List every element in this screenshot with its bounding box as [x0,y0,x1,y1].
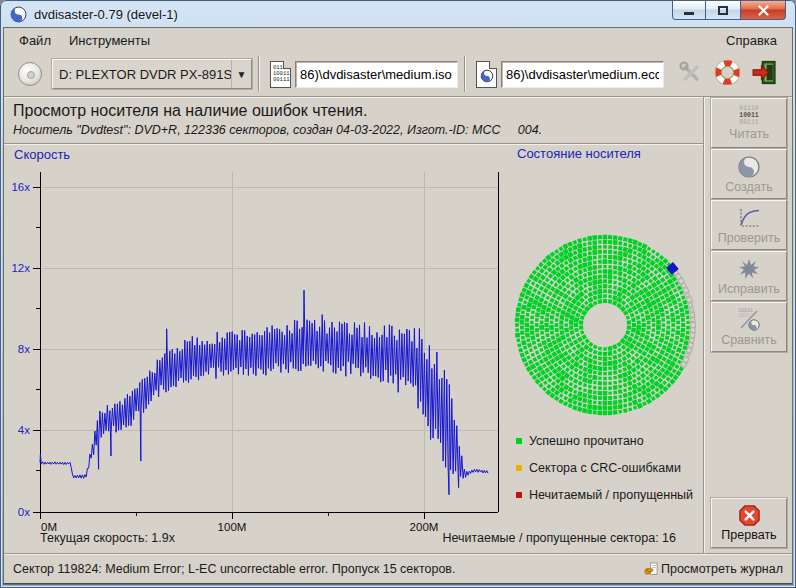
y-axis-labels: 16x 12x 8x 4x 0x [11,181,30,518]
iso-path-input[interactable] [295,61,458,88]
unreadable-count: Нечитаемые / пропущенные сектора: 16 [304,531,676,545]
legend-label: Сектора с CRC-ошибками [529,461,681,475]
menu-tools[interactable]: Инструменты [60,30,159,51]
read-label: Читать [729,127,769,141]
legend-swatch-red [516,492,522,498]
verify-button[interactable]: Проверить [711,200,787,250]
iso-file-icon: 011 10011 00111 [270,61,291,88]
svg-text:0x: 0x [18,506,30,518]
statusbar: Сектор 119824: Medium Error; L-EC uncorr… [4,553,792,584]
legend-label: Успешно прочитано [529,434,644,448]
exit-door-icon [751,59,778,86]
maximize-button[interactable] [706,1,740,20]
ecc-file-icon[interactable] [476,61,497,88]
disc-status-canvas [513,233,697,417]
svg-text:4x: 4x [18,424,30,436]
drive-select[interactable]: D: PLEXTOR DVDR PX-891SAF ▼ [52,59,252,89]
legend-item-crc: Сектора с CRC-ошибками [516,459,693,477]
window-title: dvdisaster-0.79 (devel-1) [34,7,178,22]
binary-icon: 01110 10011 00111 [739,105,759,126]
log-hand-icon [644,562,658,576]
disc-drive-icon [18,62,42,86]
yinyang-icon [737,155,761,179]
drive-select-value: D: PLEXTOR DVDR PX-891SAF [53,67,231,82]
titlebar: dvdisaster-0.79 (devel-1) [0,0,796,28]
ecc-path-input[interactable] [501,61,664,88]
window-controls [672,1,786,20]
close-button[interactable] [740,1,786,20]
read-button[interactable]: 01110 10011 00111 Читать [711,98,787,148]
curve-chart-icon [736,206,762,230]
menubar: Файл Инструменты Справка [4,28,792,52]
svg-text:16x: 16x [11,181,30,193]
action-sidebar: 01110 10011 00111 Читать Создать [703,97,792,553]
stop-label: Прервать [721,528,776,542]
lifebuoy-icon [714,59,741,86]
svg-text:8x: 8x [18,343,30,355]
toolbar-separator [258,56,260,92]
compare-button[interactable]: 10011 10011 Сравнить [711,302,787,352]
disc-panel-title: Состояние носителя [517,146,641,161]
legend-swatch-green [516,438,522,444]
legend-item-read: Успешно прочитано [516,432,693,450]
menu-help[interactable]: Справка [717,30,786,51]
menu-file[interactable]: Файл [10,30,60,51]
create-button[interactable]: Создать [711,149,787,199]
compare-icon: 10011 10011 [736,307,762,332]
splat-icon [737,257,761,281]
iso-digits-3: 00111 [271,77,290,83]
ecc-yinyang-icon [480,69,494,83]
fix-label: Исправить [718,282,780,296]
svg-text:100M: 100M [218,521,247,533]
close-icon [758,5,769,16]
app-window: dvdisaster-0.79 (devel-1) Файл Инструмен… [0,0,796,588]
chevron-down-icon: ▼ [231,60,251,88]
media-info: Носитель "Dvdtest": DVD+R, 122336 сектор… [13,123,703,137]
speed-curve [40,290,488,495]
view-log-link[interactable]: Просмотреть журнал [644,562,783,576]
fix-button[interactable]: Исправить [711,251,787,301]
page-title: Просмотр носителя на наличие ошибок чтен… [13,102,703,120]
compare-label: Сравнить [721,333,777,347]
toolbar-separator-2 [464,56,466,92]
quit-button[interactable] [751,59,778,89]
create-label: Создать [725,180,773,194]
app-logo-icon [10,6,27,23]
help-button[interactable] [714,59,741,89]
disc-legend: Успешно прочитано Сектора с CRC-ошибками… [516,432,693,513]
maximize-icon [718,6,728,15]
minimize-icon [684,12,694,15]
current-speed: Текущая скорость: 1.9x [40,531,175,545]
app-client-area: Файл Инструменты Справка D: PLEXTOR DVDR… [4,28,792,584]
legend-item-unreadable: Нечитаемый / пропущенный [516,486,693,504]
speed-chart: 16x 12x 8x 4x 0x 0M 100M 200M [4,144,504,536]
stop-button[interactable]: Прервать [711,498,787,548]
toolbar: D: PLEXTOR DVDR PX-891SAF ▼ 011 10011 00… [4,52,792,97]
minimize-button[interactable] [672,1,706,20]
tools-icon [678,60,704,86]
preferences-button[interactable] [678,60,704,89]
svg-text:12x: 12x [11,262,30,274]
task-headline: Просмотр носителя на наличие ошибок чтен… [4,97,703,144]
view-log-label: Просмотреть журнал [661,562,783,576]
status-message: Сектор 119824: Medium Error; L-EC uncorr… [13,562,455,576]
legend-label: Нечитаемый / пропущенный [529,488,693,502]
legend-swatch-yellow [516,465,522,471]
stop-octagon-icon [738,504,761,527]
verify-label: Проверить [718,231,781,245]
